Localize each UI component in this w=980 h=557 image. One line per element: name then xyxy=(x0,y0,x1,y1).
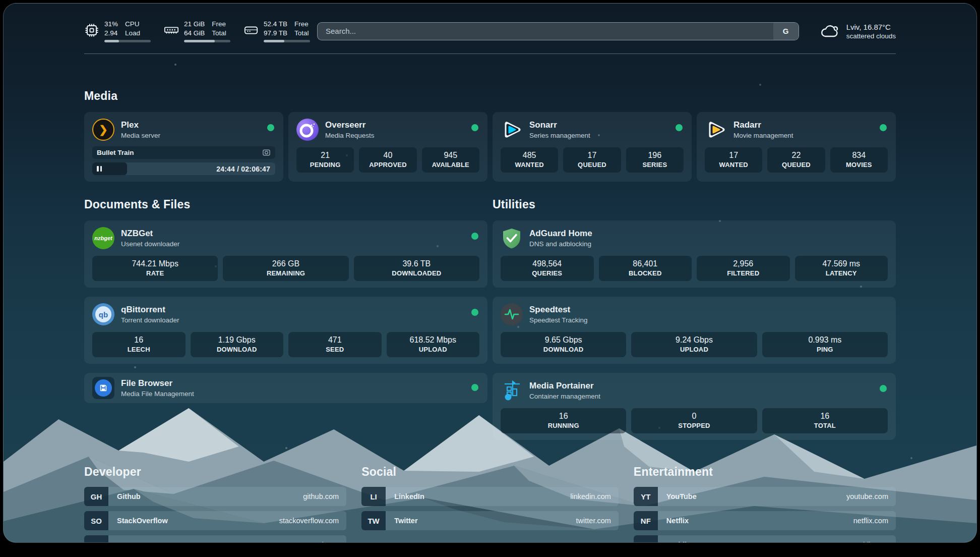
section-title-entertainment: Entertainment xyxy=(634,465,896,479)
section-title-media: Media xyxy=(84,89,896,103)
github-abbr-icon: GH xyxy=(84,487,108,506)
weather-condition: scattered clouds xyxy=(846,32,896,40)
overseerr-stat-available: 945AVAILABLE xyxy=(422,147,479,173)
radarr-status-dot xyxy=(880,124,887,131)
radarr-title: Radarr xyxy=(733,120,793,130)
bookmark-group-social: Social LI LinkedIn linkedin.com TW Twitt… xyxy=(361,465,619,543)
filebrowser-title: File Browser xyxy=(121,378,194,388)
sonarr-stat-series: 196SERIES xyxy=(626,147,684,173)
cpu-load-label: Load xyxy=(125,29,140,38)
plex-title: Plex xyxy=(121,120,160,130)
nzbget-stat-downloaded: 39.6 TBDOWNLOADED xyxy=(354,256,479,281)
linkedin-abbr-icon: LI xyxy=(361,487,386,506)
search-input[interactable] xyxy=(318,23,773,40)
adguard-stat-blocked: 86,401BLOCKED xyxy=(599,256,692,281)
radarr-subtitle: Movie management xyxy=(733,132,793,139)
qbittorrent-stat-seed: 471SEED xyxy=(288,332,382,357)
header-divider xyxy=(84,53,896,54)
qbittorrent-status-dot xyxy=(471,309,478,316)
qbittorrent-subtitle: Torrent downloader xyxy=(121,316,179,324)
sonarr-subtitle: Series management xyxy=(529,132,590,139)
disk-total-label: Total xyxy=(294,29,309,38)
app-card-plex[interactable]: ❯ Plex Media server Bullet Train xyxy=(84,112,283,182)
sonarr-stat-wanted: 485WANTED xyxy=(501,147,558,173)
memory-free-label: Free xyxy=(212,20,226,29)
speedtest-subtitle: Speedtest Tracking xyxy=(529,316,588,324)
portainer-stat-total: 16TOTAL xyxy=(762,408,888,433)
sonarr-title: Sonarr xyxy=(529,120,590,130)
section-title-developer: Developer xyxy=(84,465,346,479)
cpu-progress-bar xyxy=(104,40,151,42)
qbittorrent-logo-icon: qb xyxy=(92,303,114,325)
bookmark-stackoverflow[interactable]: SO StackOverflow stackoverflow.com xyxy=(84,511,346,530)
bookmark-group-entertainment: Entertainment YT YouTube youtube.com NF … xyxy=(634,465,896,543)
cpu-label: CPU xyxy=(125,20,140,29)
youtube-abbr-icon: YT xyxy=(634,487,658,506)
nzbget-status-dot xyxy=(471,233,478,240)
plex-playback-time: 24:44 / 02:06:47 xyxy=(216,165,270,173)
memory-icon xyxy=(164,23,179,38)
portainer-logo-icon xyxy=(501,379,523,402)
cpu-icon xyxy=(84,23,99,38)
memory-total-value: 64 GiB xyxy=(184,29,205,38)
app-card-nzbget[interactable]: nzbget NZBGet Usenet downloader 744.21 M… xyxy=(84,220,487,288)
disk-stat: 52.4 TB 97.9 TB Free Total xyxy=(243,20,310,42)
radarr-stat-queued: 22QUEUED xyxy=(767,147,825,173)
plex-logo-icon: ❯ xyxy=(92,119,114,141)
memory-free-value: 21 GiB xyxy=(184,20,205,29)
disk-icon xyxy=(243,23,259,38)
bookmark-dev[interactable]: DT DEV dev.to xyxy=(84,535,346,543)
memory-total-label: Total xyxy=(212,29,226,38)
search-bar: G xyxy=(317,22,799,40)
overseerr-stat-pending: 21PENDING xyxy=(296,147,354,173)
app-card-sonarr[interactable]: Sonarr Series management 485WANTED 17QUE… xyxy=(493,112,692,182)
overseerr-logo-icon xyxy=(296,119,319,141)
bookmark-twitter[interactable]: TW Twitter twitter.com xyxy=(361,511,619,530)
app-card-speedtest[interactable]: Speedtest Speedtest Tracking 9.65 GbpsDO… xyxy=(493,297,896,364)
nzbget-stat-rate: 744.21 MbpsRATE xyxy=(92,256,218,281)
app-card-radarr[interactable]: Radarr Movie management 17WANTED 22QUEUE… xyxy=(697,112,896,182)
bookmark-linkedin[interactable]: LI LinkedIn linkedin.com xyxy=(361,487,619,506)
section-title-utilities: Utilities xyxy=(493,198,896,211)
adguard-stat-filtered: 2,956FILTERED xyxy=(697,256,790,281)
radarr-stat-wanted: 17WANTED xyxy=(705,147,762,173)
bookmark-netflix[interactable]: NF Netflix netflix.com xyxy=(634,511,896,530)
twitter-abbr-icon: TW xyxy=(361,511,386,530)
weather-widget: Lviv, 16.87°C scattered clouds xyxy=(820,23,896,40)
pause-icon[interactable] xyxy=(97,166,102,172)
bookmark-group-developer: Developer GH Github github.com SO StackO… xyxy=(84,465,346,543)
disk-total-value: 97.9 TB xyxy=(264,29,287,38)
search-engine-button[interactable]: G xyxy=(773,23,799,40)
speedtest-stat-download: 9.65 GbpsDOWNLOAD xyxy=(501,332,626,357)
adguard-stat-latency: 47.569 msLATENCY xyxy=(795,256,888,281)
bookmark-youtube[interactable]: YT YouTube youtube.com xyxy=(634,487,896,506)
app-card-filebrowser[interactable]: File Browser Media File Management xyxy=(84,373,487,403)
app-card-adguard[interactable]: AdGuard Home DNS and adblocking 498,564Q… xyxy=(493,220,896,288)
sonarr-logo-icon xyxy=(501,119,523,141)
memory-progress-bar xyxy=(184,40,230,42)
disk-progress-bar xyxy=(264,40,310,42)
portainer-subtitle: Container management xyxy=(529,393,600,400)
cpu-load-value: 2.94 xyxy=(104,29,118,38)
cpu-stat: 31% 2.94 CPU Load xyxy=(84,20,151,42)
sonarr-stat-queued: 17QUEUED xyxy=(563,147,621,173)
adguard-stat-queries: 498,564QUERIES xyxy=(501,256,594,281)
speedtest-title: Speedtest xyxy=(529,305,588,315)
app-card-portainer[interactable]: Media Portainer Container management 16R… xyxy=(493,373,896,440)
cpu-percent: 31% xyxy=(104,20,118,29)
app-card-overseerr[interactable]: Overseerr Media Requests 21PENDING 40APP… xyxy=(288,112,487,182)
nzbget-title: NZBGet xyxy=(121,229,179,239)
plex-now-playing-row[interactable]: Bullet Train xyxy=(92,146,275,159)
qbittorrent-title: qBittorrent xyxy=(121,305,179,315)
reddit-abbr-icon: RE xyxy=(634,535,658,543)
cloud-icon xyxy=(820,23,840,39)
bookmark-github[interactable]: GH Github github.com xyxy=(84,487,346,506)
speedtest-stat-ping: 0.993 msPING xyxy=(762,332,888,357)
plex-now-playing-title: Bullet Train xyxy=(97,149,134,156)
app-card-qbittorrent[interactable]: qb qBittorrent Torrent downloader 16LEEC… xyxy=(84,297,487,364)
memory-stat: 21 GiB 64 GiB Free Total xyxy=(164,20,230,42)
disk-free-value: 52.4 TB xyxy=(264,20,287,29)
plex-status-dot xyxy=(267,124,274,131)
bookmark-reddit[interactable]: RE Reddit reddit.com xyxy=(634,535,896,543)
session-camera-icon xyxy=(262,148,271,157)
